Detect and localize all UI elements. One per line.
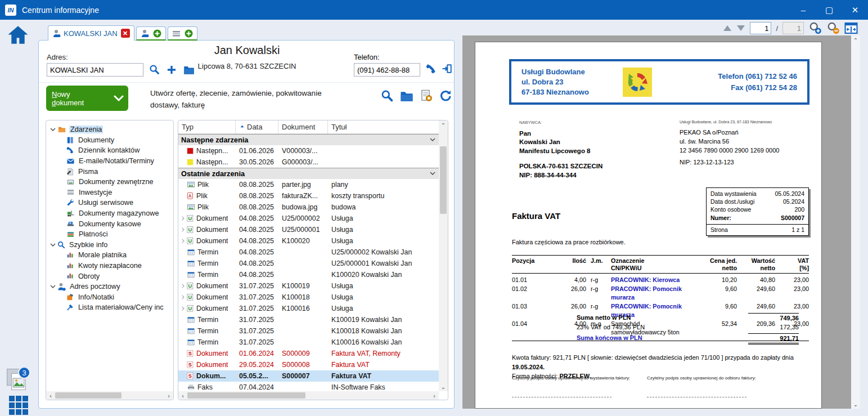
person-icon	[57, 283, 66, 291]
tree-item-dokumenty-magazynowe[interactable]: Dokumenty magazynowe	[46, 208, 173, 219]
group-header[interactable]: Następne zdarzenia	[178, 134, 439, 145]
tree-horizontal-scrollbar[interactable]: ‹ ›	[46, 391, 173, 400]
new-project-tab-button[interactable]	[168, 26, 197, 41]
event-row[interactable]: UDokument 04.08.2025 K100020 Usługa	[178, 235, 439, 247]
tree-item-usługi-serwisowe[interactable]: Usługi serwisowe	[46, 198, 173, 208]
tree-item-szybkie-info[interactable]: Szybkie info	[46, 240, 173, 251]
collapse-chevron-icon[interactable]	[429, 136, 436, 145]
tree-item-pisma[interactable]: Pisma	[46, 166, 173, 177]
event-row[interactable]: UDokument 04.08.2025 U25/000002 Usługa	[178, 213, 439, 224]
photos-shortcut-icon[interactable]: 3	[7, 369, 29, 391]
scroll-up-icon[interactable]: ⌃	[441, 120, 446, 129]
column-header-dokument[interactable]: Dokument	[278, 120, 328, 133]
close-tab-icon[interactable]: ✕	[121, 29, 130, 38]
event-row[interactable]: Plik 08.08.2025 budowa.jpg budowa	[178, 202, 439, 213]
address-input[interactable]	[47, 63, 143, 77]
tree-item-info-notatki[interactable]: Info/Notatki	[46, 292, 173, 303]
scroll-up-icon[interactable]: ⌃	[853, 35, 858, 44]
column-header-data[interactable]: Data	[236, 120, 278, 133]
preview-vertical-scrollbar[interactable]: ⌃ ⌄	[851, 35, 860, 409]
expand-chevron-icon[interactable]	[48, 283, 57, 290]
tree-item-dokumenty-kasowe[interactable]: Dokumenty kasowe	[46, 218, 173, 229]
scroll-left-icon[interactable]: ‹	[178, 392, 187, 399]
new-document-button[interactable]: Nowy dokument	[46, 86, 128, 111]
event-row[interactable]: UDokument 31.07.2025 K100016 Usługa	[178, 303, 439, 314]
event-row[interactable]: Następn... 01.06.2026 V000003/...	[178, 145, 439, 156]
scroll-right-icon[interactable]: ›	[430, 392, 439, 399]
new-contact-tab-button[interactable]	[136, 26, 166, 41]
scroll-left-icon[interactable]: ‹	[46, 392, 55, 399]
column-header-typ[interactable]: Typ	[178, 120, 236, 133]
event-row[interactable]: Termin 31.07.2025 K100019 Kowalski Jan	[178, 314, 439, 325]
tree-item-morale-płatnika[interactable]: Morale płatnika	[46, 250, 173, 261]
refresh-icon[interactable]	[439, 90, 452, 102]
tree-item-inwestycje[interactable]: Inwestycje	[46, 187, 173, 198]
maximize-button[interactable]: ▢	[816, 0, 842, 20]
apps-grid-icon[interactable]	[9, 396, 28, 415]
home-icon[interactable]	[7, 25, 29, 47]
event-row[interactable]: UDokument 31.07.2025 K100018 Usługa	[178, 292, 439, 303]
tree-item-e-maile-notatki-terminy[interactable]: E-maile/Notatki/Terminy	[46, 156, 173, 167]
event-row[interactable]: SDokum... 05.05.2... S000007 Faktura VAT	[178, 370, 439, 382]
tree-item-adres-pocztowy[interactable]: Adres pocztowy	[46, 281, 173, 292]
tree-item-płatności[interactable]: Płatności	[46, 229, 173, 240]
fit-width-icon[interactable]	[844, 22, 858, 34]
tree-item-obroty[interactable]: Obroty	[46, 271, 173, 281]
calendar-icon	[187, 328, 195, 335]
row-expander[interactable]	[179, 294, 187, 301]
event-row[interactable]: UDokument 04.08.2025 U25/000001 Usługa	[178, 224, 439, 235]
collapse-chevron-icon[interactable]	[429, 170, 436, 178]
tree-item-kwoty-niezapłacone[interactable]: Kwoty niezapłacone	[46, 261, 173, 271]
scroll-down-icon[interactable]: ⌄	[441, 382, 446, 391]
event-row[interactable]: Termin 31.07.2025 K100018 Kowalski Jan	[178, 325, 439, 337]
tree-item-dokumenty[interactable]: Dokumenty	[46, 135, 173, 146]
row-expander[interactable]	[179, 305, 187, 312]
page-up-icon[interactable]	[723, 25, 732, 32]
scrollbar-thumb[interactable]	[55, 392, 122, 399]
exit-door-icon[interactable]	[442, 64, 452, 74]
event-row[interactable]: Następn... 30.05.2026 G000003/...	[178, 156, 439, 168]
event-row[interactable]: Termin 04.08.2025 U25/000001 Kowalski Ja…	[178, 258, 439, 269]
minimize-button[interactable]: –	[790, 0, 816, 20]
row-expander[interactable]	[179, 215, 187, 222]
tab-kowalski-jan[interactable]: KOWALSKI JAN ✕	[48, 25, 134, 41]
zoom-out-icon[interactable]	[826, 21, 840, 35]
event-row[interactable]: APlik 08.08.2025 fakturaZK... koszty tra…	[178, 190, 439, 202]
tree-item-lista-materiałowa-ceny-inc[interactable]: Lista materiałowa/Ceny inc	[46, 302, 173, 313]
extdoc-icon	[66, 178, 75, 186]
current-page-input[interactable]	[750, 22, 771, 34]
scroll-down-icon[interactable]: ⌄	[853, 400, 858, 409]
events-vertical-scrollbar[interactable]: ⌃ ⌄	[439, 120, 448, 391]
close-button[interactable]: ✕	[842, 0, 868, 20]
search-documents-icon[interactable]	[381, 90, 393, 102]
column-header-tytuł[interactable]: Tytuł	[328, 120, 439, 133]
scrollbar-thumb[interactable]	[187, 392, 305, 399]
zoom-in-icon[interactable]	[808, 21, 822, 35]
page-down-icon[interactable]	[736, 25, 745, 32]
events-horizontal-scrollbar[interactable]: ‹ ›	[178, 391, 439, 400]
event-row[interactable]: Termin 04.08.2025 K100020 Kowalski Jan	[178, 269, 439, 280]
event-row[interactable]: Termin 04.08.2025 U25/000002 Kowalski Ja…	[178, 247, 439, 258]
document-preview-icon[interactable]	[420, 90, 433, 102]
event-row[interactable]: Termin 31.07.2025 K100016 Kowalski Jan	[178, 337, 439, 348]
tree-item-zdarzenia[interactable]: Zdarzenia	[46, 124, 173, 135]
event-row[interactable]: Plik 08.08.2025 parter.jpg plany	[178, 179, 439, 190]
scrollbar-thumb[interactable]	[440, 146, 447, 214]
event-row[interactable]: SDokument 01.06.2024 S000009 Faktura VAT…	[178, 348, 439, 359]
row-expander[interactable]	[179, 238, 187, 244]
phone-input[interactable]	[354, 63, 420, 77]
forklift-icon	[66, 209, 75, 217]
call-icon[interactable]	[426, 64, 436, 74]
row-expander[interactable]	[179, 283, 187, 289]
row-expander[interactable]	[179, 226, 187, 233]
event-row[interactable]: UDokument 31.07.2025 K100019 Usługa	[178, 280, 439, 292]
tree-item-dokumenty-zewnętrzne[interactable]: Dokumenty zewnętrzne	[46, 177, 173, 187]
expand-chevron-icon[interactable]	[48, 241, 57, 248]
open-folder-icon[interactable]	[400, 90, 413, 101]
expand-chevron-icon[interactable]	[48, 126, 57, 133]
tree-item-dziennik-kontaktów[interactable]: Dziennik kontaktów	[46, 145, 173, 156]
group-header[interactable]: Ostatnie zdarzenia	[178, 168, 439, 179]
scroll-right-icon[interactable]: ›	[164, 392, 173, 399]
event-row[interactable]: SDokument 29.05.2024 S000008 Faktura VAT	[178, 359, 439, 370]
search-address-icon[interactable]	[149, 64, 160, 75]
